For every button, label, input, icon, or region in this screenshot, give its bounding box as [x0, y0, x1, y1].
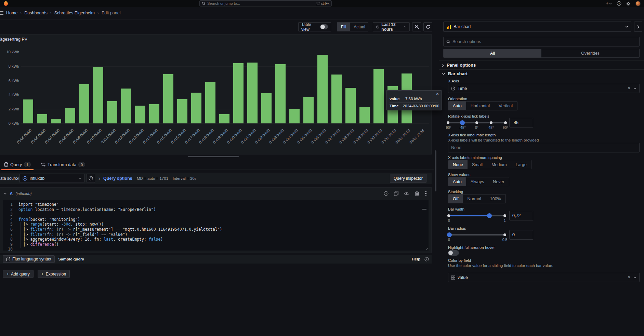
bar-03-16[interactable]	[177, 99, 187, 123]
info-circle-icon[interactable]	[424, 257, 429, 261]
menu-icon[interactable]	[0, 11, 4, 15]
stacking-group-option-normal[interactable]: Normal	[463, 194, 485, 203]
breadcrumb-home[interactable]: Home	[6, 11, 17, 15]
close-icon[interactable]: ✕	[436, 92, 439, 96]
bar-03-30[interactable]	[373, 69, 384, 123]
bar-03-21[interactable]	[247, 63, 258, 123]
rotate-slider[interactable]: -90°-45°0°45°90°	[448, 121, 508, 131]
scrollbar-thumb[interactable]	[435, 150, 436, 191]
code-line[interactable]: |> aggregateWindow(every: 1d, fn: last, …	[18, 237, 444, 242]
x-axis-select[interactable]: Time ✕	[448, 84, 640, 93]
flux-syntax-button[interactable]: Flux language syntax	[3, 255, 55, 263]
bar-03-28[interactable]	[345, 88, 356, 124]
fill-option[interactable]: Fill	[337, 23, 350, 31]
rotate-tick--90°[interactable]	[447, 121, 449, 124]
rotate-tick-90°[interactable]	[504, 121, 507, 124]
trash-icon[interactable]	[415, 191, 419, 196]
bar-03-23[interactable]	[275, 64, 286, 123]
close-options-pane-button[interactable]	[634, 22, 642, 32]
section-bar-chart[interactable]: Bar chart	[442, 71, 468, 76]
code-line[interactable]: option location = timezone.location(name…	[18, 207, 444, 212]
visualization-picker[interactable]: Bar chart	[443, 22, 631, 32]
drag-handle-icon[interactable]	[424, 191, 428, 196]
datasource-help-button[interactable]: ?	[87, 174, 95, 183]
bar-03-19[interactable]	[219, 114, 229, 123]
tab-query[interactable]: Query 1	[1, 160, 34, 170]
code-line[interactable]: |> difference()	[18, 242, 444, 247]
bar-03-26[interactable]	[317, 55, 328, 123]
rotate-tick--45°[interactable]	[460, 120, 465, 125]
orientation-group-option-auto[interactable]: Auto	[448, 102, 466, 110]
bar-03-09[interactable]	[79, 84, 89, 123]
refresh-button[interactable]	[423, 22, 432, 31]
bar-radius-slider[interactable]: 0 0.5	[448, 233, 508, 242]
search-input[interactable]	[207, 1, 314, 5]
bar-03-05[interactable]	[23, 99, 33, 123]
bar-03-08[interactable]	[65, 108, 75, 123]
news-button[interactable]	[626, 1, 631, 6]
bar-03-10[interactable]	[93, 67, 103, 123]
rotate-tick-0°[interactable]	[475, 121, 478, 124]
global-search[interactable]: ctrl+k	[199, 0, 332, 6]
orientation-group-option-horizontal[interactable]: Horizontal	[466, 102, 494, 110]
code-line[interactable]: |> filter(fn: (r) => r["_measurement"] =…	[18, 227, 444, 232]
min-spacing-group-option-large[interactable]: Large	[511, 160, 531, 169]
options-scope-tabs-option-overrides[interactable]: Overrides	[541, 49, 639, 57]
bar-03-14[interactable]	[149, 104, 159, 123]
stacking-group-option-100[interactable]: 100%	[486, 194, 505, 203]
options-search[interactable]	[443, 37, 640, 46]
sample-query-button[interactable]: Sample query	[58, 257, 84, 261]
panel-resize-handle[interactable]	[188, 156, 239, 157]
code-line[interactable]: |> filter(fn: (r) => r["_field"] == "val…	[18, 232, 444, 237]
bar-03-20[interactable]	[233, 63, 244, 123]
code-line[interactable]	[18, 247, 444, 252]
bar-radius-value-input[interactable]	[509, 230, 533, 240]
highlight-toggle[interactable]	[448, 250, 459, 256]
show-values-group-option-auto[interactable]: Auto	[448, 177, 466, 186]
show-values-group-option-always[interactable]: Always	[466, 177, 489, 186]
time-range-picker[interactable]: Last 12 hours	[373, 22, 410, 31]
breadcrumb-dashboard-name[interactable]: Schratties Eigenheim	[54, 11, 95, 15]
query-row-header[interactable]: A (influxdb) ?	[0, 188, 431, 199]
max-length-input[interactable]	[448, 143, 639, 152]
code-line[interactable]: from(bucket: "Monitoring")	[18, 217, 444, 222]
bar-03-11[interactable]	[107, 101, 117, 123]
bar-03-12[interactable]	[121, 89, 131, 123]
rotate-tick-45°[interactable]	[490, 121, 492, 124]
code-line[interactable]	[18, 212, 444, 217]
new-menu-button[interactable]: +	[606, 1, 612, 6]
options-scope-tabs-option-all[interactable]: All	[444, 49, 541, 57]
bar-03-06[interactable]	[37, 114, 47, 123]
help-icon[interactable]: ?	[384, 191, 389, 196]
add-expression-button[interactable]: + Expression	[38, 270, 70, 278]
breadcrumb-dashboards[interactable]: Dashboards	[24, 11, 47, 15]
table-view-toggle[interactable]	[320, 24, 328, 29]
bar-03-18[interactable]	[205, 82, 215, 123]
bar-03-17[interactable]	[191, 93, 201, 123]
rotate-value-input[interactable]	[509, 118, 533, 127]
eye-icon[interactable]	[404, 192, 409, 196]
section-panel-options[interactable]: Panel options	[442, 63, 476, 68]
min-spacing-group-option-medium[interactable]: Medium	[487, 160, 511, 169]
orientation-group-option-vertical[interactable]: Vertical	[494, 102, 517, 110]
code-line[interactable]: |> range(start: -30d, stop: now())	[18, 222, 444, 227]
bar-03-22[interactable]	[261, 93, 272, 123]
color-by-field-select[interactable]: value ✕	[448, 273, 640, 282]
user-avatar[interactable]	[635, 1, 641, 6]
add-query-button[interactable]: + Add query	[3, 270, 34, 278]
zoom-out-button[interactable]	[412, 22, 421, 31]
bar-03-24[interactable]	[289, 109, 300, 123]
clear-icon[interactable]: ✕	[628, 275, 631, 280]
actual-option[interactable]: Actual	[350, 23, 369, 31]
bar-width-slider[interactable]: 0 1	[448, 214, 508, 223]
help-button-editor[interactable]: Help	[412, 257, 420, 261]
tab-transform[interactable]: Transform data 0	[38, 160, 89, 170]
min-spacing-group-option-none[interactable]: None	[448, 160, 468, 169]
query-inspector-button[interactable]: Query inspector	[390, 174, 426, 183]
bar-03-07[interactable]	[51, 119, 61, 123]
grafana-logo[interactable]	[3, 0, 9, 6]
clear-icon[interactable]: ✕	[628, 86, 631, 91]
bar-03-15[interactable]	[163, 74, 173, 123]
bar-03-27[interactable]	[331, 75, 342, 123]
stacking-group-option-off[interactable]: Off	[448, 194, 463, 203]
